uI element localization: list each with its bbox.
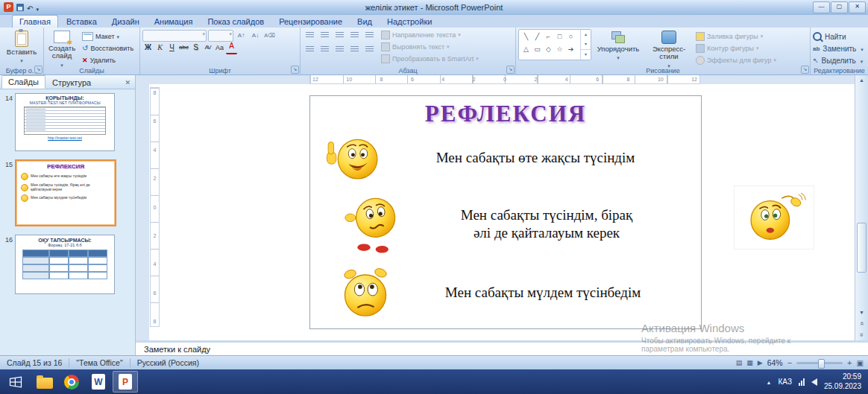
reset-button[interactable]: Восстановить	[81, 42, 135, 54]
shape-icon[interactable]: ╲	[521, 31, 532, 43]
font-size-combo[interactable]	[208, 30, 233, 42]
columns-button[interactable]	[362, 43, 377, 56]
save-icon[interactable]	[16, 4, 24, 11]
qat-dropdown-icon[interactable]	[36, 1, 39, 14]
increase-indent-button[interactable]	[347, 29, 362, 42]
smartart-button[interactable]: Преобразовать в SmartArt	[381, 53, 474, 64]
theme-name[interactable]: "Тема Office"	[69, 358, 129, 367]
shape-icon[interactable]: ➔	[565, 43, 576, 56]
notes-pane[interactable]: Заметки к слайду	[135, 340, 868, 355]
network-icon[interactable]	[799, 378, 805, 386]
select-button[interactable]: Выделить	[813, 55, 866, 66]
panel-tab-outline[interactable]: Структура	[46, 77, 97, 89]
justify-button[interactable]	[347, 43, 362, 56]
tab-view[interactable]: Вид	[350, 16, 379, 28]
zoom-level[interactable]: 64%	[767, 358, 783, 367]
decrease-indent-button[interactable]	[333, 29, 347, 42]
shape-icon[interactable]: ╱	[532, 31, 543, 43]
start-button[interactable]	[0, 369, 31, 394]
align-right-button[interactable]	[333, 43, 347, 56]
minimize-button[interactable]	[813, 1, 830, 13]
zoom-out-icon[interactable]	[787, 358, 792, 367]
font-button[interactable]: Aa	[214, 42, 225, 54]
paragraph-dialog-launcher[interactable]	[506, 66, 515, 74]
normal-view-icon[interactable]	[736, 359, 743, 366]
tray-expand-icon[interactable]	[767, 378, 772, 386]
shrink-font-button[interactable]	[249, 30, 262, 42]
vertical-scrollbar[interactable]	[855, 74, 868, 340]
font-dialog-launcher[interactable]	[291, 66, 299, 74]
align-text-button[interactable]: Выровнять текст	[381, 41, 474, 52]
word-taskbar-icon[interactable]: W	[86, 371, 111, 393]
delete-button[interactable]: Удалить	[81, 54, 135, 66]
numbering-button[interactable]	[318, 29, 332, 42]
shape-icon[interactable]: △	[521, 43, 532, 56]
maximize-button[interactable]	[831, 1, 848, 13]
shape-icon[interactable]: ◇	[543, 43, 554, 56]
chrome-taskbar-icon[interactable]	[59, 371, 84, 393]
zoom-in-icon[interactable]	[847, 358, 852, 367]
floating-emoji-image[interactable]	[735, 186, 814, 249]
drawing-dialog-launcher[interactable]	[801, 66, 809, 74]
slide-text-3[interactable]: Мен сабақты мүлдем түсінбедім	[395, 284, 701, 302]
shapes-scroll-up-icon[interactable]	[581, 30, 591, 39]
close-button[interactable]	[849, 1, 866, 13]
slideshow-icon[interactable]	[758, 359, 763, 366]
font-family-combo[interactable]	[142, 30, 207, 42]
shape-icon[interactable]: ▭	[532, 43, 543, 56]
tab-insert[interactable]: Вставка	[60, 16, 104, 28]
font-button[interactable]: А	[226, 42, 237, 54]
shape-icon[interactable]: ☆	[554, 43, 565, 56]
panel-tab-slides[interactable]: Слайды	[1, 75, 45, 89]
font-button[interactable]: S	[190, 42, 201, 54]
replace-button[interactable]: Заменить	[813, 43, 866, 54]
clock[interactable]: 20:59 25.09.2023	[824, 372, 861, 391]
scroll-up-icon[interactable]	[855, 74, 868, 86]
font-button[interactable]: К	[154, 42, 166, 54]
slide-thumbnail-16[interactable]: 16 ОҚУ ТАПСЫРМАСЫ: Форзац: 17-21 б.б	[0, 235, 133, 294]
slide-thumbnail-14[interactable]: 14 ҚОРЫТЫНДЫ: MASTER-TEST.NET ПЛАТФОРМАС…	[0, 93, 133, 151]
grow-font-button[interactable]	[235, 30, 248, 42]
tab-slideshow[interactable]: Показ слайдов	[201, 16, 271, 28]
file-explorer-taskbar-icon[interactable]	[32, 371, 57, 393]
font-button[interactable]: Ж	[142, 42, 154, 54]
undo-icon[interactable]	[27, 1, 33, 14]
clear-formatting-button[interactable]	[263, 30, 276, 42]
slide-title[interactable]: РЕФЛЕКСИЯ	[310, 101, 701, 127]
powerpoint-app-icon[interactable]: P	[4, 2, 13, 12]
font-button[interactable]: AV	[202, 42, 213, 54]
tab-addins[interactable]: Надстройки	[380, 16, 438, 28]
paste-button[interactable]: Вставить	[2, 29, 41, 66]
layout-button[interactable]: Макет	[81, 31, 135, 42]
scroll-down-icon[interactable]	[855, 307, 868, 318]
language-indicator[interactable]: Русский (Россия)	[130, 358, 206, 367]
new-slide-button[interactable]: Создать слайд	[46, 29, 78, 70]
clipboard-dialog-launcher[interactable]	[34, 66, 43, 74]
shape-icon[interactable]: ⌐	[543, 31, 554, 43]
fit-to-window-icon[interactable]	[857, 358, 864, 367]
bullets-button[interactable]	[303, 29, 317, 42]
slide-sorter-icon[interactable]	[746, 359, 753, 366]
slide-canvas[interactable]: РЕФЛЕКСИЯ	[309, 95, 702, 329]
slide-text-1[interactable]: Мен сабақты өте жақсы түсіндім	[380, 149, 701, 167]
shape-fill-button[interactable]: Заливка фигуры	[696, 31, 779, 42]
quick-styles-button[interactable]: Экспресс-стили	[645, 29, 693, 71]
tab-review[interactable]: Рецензирование	[272, 16, 349, 28]
shapes-scroll-down-icon[interactable]	[581, 39, 591, 49]
panel-close-icon[interactable]	[125, 79, 135, 89]
slide-text-2[interactable]: Мен сабақты түсіндім, бірақ әлі де қайта…	[403, 206, 701, 242]
shape-icon[interactable]: ○	[565, 31, 576, 43]
scrollbar-thumb[interactable]	[857, 223, 867, 273]
shape-effects-button[interactable]: Эффекты для фигур	[696, 54, 779, 66]
tab-animation[interactable]: Анимация	[148, 16, 200, 28]
line-spacing-button[interactable]	[362, 29, 377, 42]
shape-outline-button[interactable]: Контур фигуры	[696, 42, 779, 54]
language-switcher[interactable]: КАЗ	[779, 378, 792, 386]
font-button[interactable]: Ч	[166, 42, 177, 54]
slide-thumbnail-15[interactable]: 15 РЕФЛЕКСИЯ Мен сабақты өте жақсы түсін…	[0, 159, 133, 226]
shapes-more-icon[interactable]	[581, 49, 591, 60]
text-direction-button[interactable]: Направление текста	[381, 29, 474, 40]
shape-icon[interactable]: □	[554, 31, 565, 43]
zoom-slider[interactable]	[796, 362, 843, 364]
volume-icon[interactable]	[811, 378, 817, 386]
